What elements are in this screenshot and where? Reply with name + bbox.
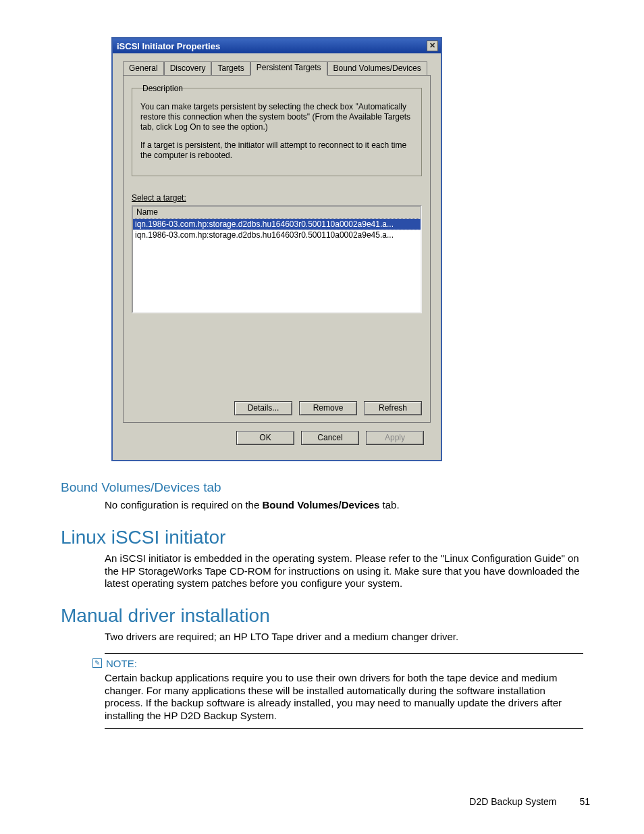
close-icon[interactable]: ✕ — [427, 41, 438, 51]
footer-text: D2D Backup System — [469, 796, 556, 807]
target-listbox[interactable]: Name iqn.1986-03.com.hp:storage.d2dbs.hu… — [132, 205, 422, 313]
tab-bar: General Discovery Targets Persistent Tar… — [123, 61, 434, 75]
heading-manual-driver: Manual driver installation — [61, 605, 583, 627]
list-header-name[interactable]: Name — [133, 207, 421, 219]
bound-paragraph: No configuration is required on the Boun… — [105, 499, 583, 512]
titlebar: iSCSI Initiator Properties ✕ — [113, 38, 441, 53]
text: Two drivers are required; an HP LTO Tape… — [105, 631, 583, 644]
apply-button: Apply — [366, 431, 424, 445]
linux-paragraph: An iSCSI initiator is embedded in the op… — [105, 552, 583, 590]
description-group: Description You can make targets persist… — [132, 88, 422, 176]
heading-bound-tab: Bound Volumes/Devices tab — [61, 480, 583, 495]
rule — [105, 653, 583, 654]
note-label: ✎ NOTE: — [92, 658, 583, 669]
remove-button[interactable]: Remove — [299, 401, 357, 415]
details-button[interactable]: Details... — [234, 401, 292, 415]
description-para-2: If a target is persistent, the initiator… — [140, 140, 414, 161]
tab-targets[interactable]: Targets — [211, 61, 250, 75]
text: No configuration is required on the — [105, 499, 262, 511]
note-block: ✎ NOTE: Certain backup applications requ… — [105, 653, 583, 729]
tab-discovery[interactable]: Discovery — [164, 61, 212, 75]
text-bold: Bound Volumes/Devices — [262, 499, 379, 511]
text: tab. — [379, 499, 399, 511]
list-item[interactable]: iqn.1986-03.com.hp:storage.d2dbs.hu16460… — [133, 219, 421, 230]
cancel-button[interactable]: Cancel — [301, 431, 359, 445]
dialog-title: iSCSI Initiator Properties — [117, 41, 220, 51]
iscsi-dialog: iSCSI Initiator Properties ✕ General Dis… — [111, 37, 442, 461]
tab-general[interactable]: General — [123, 61, 164, 75]
tab-bound-volumes[interactable]: Bound Volumes/Devices — [327, 61, 427, 75]
text: An iSCSI initiator is embedded in the op… — [105, 552, 583, 590]
tab-panel: Description You can make targets persist… — [123, 75, 431, 423]
description-text: You can make targets persistent by selec… — [140, 102, 414, 161]
select-target-label: Select a target: — [132, 193, 186, 203]
note-icon: ✎ — [92, 658, 102, 668]
note-label-text: NOTE: — [106, 658, 137, 669]
refresh-button[interactable]: Refresh — [364, 401, 422, 415]
manual-paragraph: Two drivers are required; an HP LTO Tape… — [105, 631, 583, 644]
note-body: Certain backup applications require you … — [105, 672, 583, 723]
description-para-1: You can make targets persistent by selec… — [140, 102, 414, 132]
ok-button[interactable]: OK — [236, 431, 294, 445]
page-footer: D2D Backup System 51 — [469, 796, 590, 807]
heading-linux-iscsi: Linux iSCSI initiator — [61, 527, 583, 548]
group-legend: Description — [140, 84, 185, 88]
rule — [105, 728, 583, 729]
list-item[interactable]: iqn.1986-03.com.hp:storage.d2dbs.hu16460… — [133, 230, 421, 240]
page-number: 51 — [579, 796, 590, 807]
tab-persistent-targets[interactable]: Persistent Targets — [250, 61, 327, 76]
